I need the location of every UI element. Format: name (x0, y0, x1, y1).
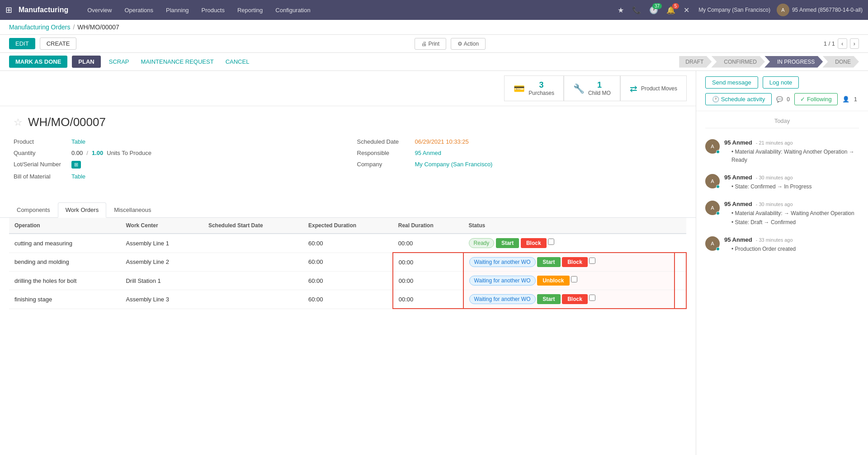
lot-btn[interactable]: ⊞ (71, 161, 81, 169)
user-info: 95 Anmed (8567780-14-0-all) (792, 7, 863, 13)
next-page-button[interactable]: › (850, 38, 859, 49)
top-nav: ⊞ Manufacturing Overview Operations Plan… (0, 0, 868, 20)
th-actions (675, 218, 686, 234)
nav-planning[interactable]: Planning (160, 0, 195, 20)
online-dot (716, 150, 720, 154)
extra-cell (675, 253, 686, 272)
maintenance-request-button[interactable]: MAINTENANCE REQUEST (137, 56, 217, 68)
qty-unit: Units To Produce (107, 150, 151, 156)
product-moves-smart-btn[interactable]: ⇄ Product Moves (620, 75, 687, 101)
work-center-cell: Drill Station 1 (120, 272, 203, 290)
online-dot (716, 185, 720, 188)
bell-badge: 5 (672, 3, 679, 9)
table-scroll-area[interactable]: Operation Work Center Scheduled Start Da… (9, 218, 687, 309)
extra-cell (675, 290, 686, 309)
main-layout: 💳 3 Purchases 🔧 1 Child MO ⇄ Product Mov… (0, 71, 868, 455)
breadcrumb-separator: / (73, 23, 75, 31)
block-button[interactable]: Block (562, 257, 588, 267)
mark-as-done-button[interactable]: MARK AS DONE (9, 56, 67, 68)
action-button[interactable]: ⚙ Action (451, 38, 486, 50)
breadcrumb-current: WH/MO/00007 (77, 23, 119, 31)
left-fields: Product Table Quantity 0.00 / 1.00 Units… (14, 138, 339, 184)
row-checkbox[interactable] (589, 258, 595, 264)
following-label: Following (807, 96, 832, 103)
company-label: Company (357, 161, 411, 168)
breadcrumb-parent[interactable]: Manufacturing Orders (9, 23, 70, 31)
th-work-center: Work Center (120, 218, 203, 234)
content-area: 💳 3 Purchases 🔧 1 Child MO ⇄ Product Mov… (0, 71, 696, 455)
start-button[interactable]: Start (537, 257, 560, 267)
child-mo-smart-btn[interactable]: 🔧 1 Child MO (564, 75, 620, 101)
action-label: Action (464, 41, 479, 47)
nav-reporting[interactable]: Reporting (231, 0, 269, 20)
checkmark-icon: ✓ (800, 96, 805, 103)
online-dot (716, 247, 720, 251)
work-orders-section: Operation Work Center Scheduled Start Da… (0, 218, 696, 318)
form-content: ☆ WH/MO/00007 Product Table Quantity 0.0… (0, 106, 696, 193)
log-note-button[interactable]: Log note (763, 76, 799, 89)
row-checkbox[interactable] (548, 239, 554, 245)
clock-icon[interactable]: 🕐37 (646, 4, 661, 16)
messages-container: A 95 Anmed - 21 minutes ago • Material A… (696, 135, 868, 258)
row-checkbox[interactable] (571, 276, 577, 282)
product-value[interactable]: Table (71, 138, 85, 145)
create-button[interactable]: CREATE (40, 38, 77, 50)
user-avatar[interactable]: A (777, 4, 789, 16)
table-row: drilling the holes for bolt Drill Statio… (9, 272, 686, 290)
purchases-smart-btn[interactable]: 💳 3 Purchases (504, 75, 564, 101)
send-message-button[interactable]: Send message (705, 76, 758, 89)
expected-duration-cell: 60:00 (303, 290, 393, 309)
start-button[interactable]: Start (537, 294, 560, 304)
arrows-icon: ⇄ (630, 83, 637, 94)
bom-value[interactable]: Table (71, 173, 85, 180)
purchases-label: Purchases (528, 90, 554, 96)
close-icon[interactable]: ✕ (681, 4, 692, 16)
message: A 95 Anmed - 21 minutes ago • Material A… (696, 135, 868, 169)
product-field-row: Product Table (14, 138, 339, 145)
start-button[interactable]: Start (496, 238, 519, 248)
nav-products[interactable]: Products (195, 0, 231, 20)
table-row: finishing stage Assembly Line 3 60:00 00… (9, 290, 686, 309)
block-button[interactable]: Block (562, 294, 588, 304)
phone-icon[interactable]: 📞 (629, 4, 644, 16)
scheduled-date-row: Scheduled Date 06/29/2021 10:33:25 (357, 138, 683, 145)
following-button[interactable]: ✓ Following (794, 93, 838, 105)
app-grid-icon[interactable]: ⊞ (5, 5, 12, 15)
quantity-current: 0.00 (71, 150, 83, 156)
edit-button[interactable]: EDIT (9, 38, 35, 49)
plan-button[interactable]: PLAN (72, 56, 100, 68)
child-mo-label: Child MO (588, 90, 611, 96)
msg-header: 95 Anmed - 33 minutes ago (724, 236, 859, 243)
th-scheduled-start: Scheduled Start Date (203, 218, 303, 234)
nav-operations[interactable]: Operations (118, 0, 160, 20)
responsible-value[interactable]: 95 Anmed (415, 150, 442, 156)
tab-components[interactable]: Components (9, 202, 58, 218)
favorite-star-icon[interactable]: ☆ (14, 117, 23, 128)
block-button[interactable]: Block (521, 238, 547, 248)
step-confirmed: CONFIRMED (711, 56, 765, 68)
nav-overview[interactable]: Overview (81, 0, 118, 20)
schedule-activity-button[interactable]: 🕐 Schedule activity (705, 93, 772, 105)
real-duration-cell: 00:00 (393, 272, 463, 290)
tab-work-orders[interactable]: Work Orders (58, 202, 106, 218)
cancel-button[interactable]: CANCEL (222, 56, 253, 68)
table-header-row: Operation Work Center Scheduled Start Da… (9, 218, 686, 234)
unblock-button[interactable]: Unblock (537, 276, 569, 286)
prev-page-button[interactable]: ‹ (838, 38, 847, 49)
nav-configuration[interactable]: Configuration (269, 0, 316, 20)
star-icon[interactable]: ★ (615, 4, 627, 16)
msg-content: 95 Anmed - 30 minutes ago • Material Ava… (724, 201, 859, 227)
row-checkbox[interactable] (589, 295, 595, 301)
form-title-row: ☆ WH/MO/00007 (14, 115, 682, 129)
bell-icon[interactable]: 🔔5 (664, 4, 678, 16)
th-expected-duration: Expected Duration (303, 218, 393, 234)
work-center-cell: Assembly Line 1 (120, 234, 203, 253)
msg-author: 95 Anmed (724, 201, 752, 207)
scrap-button[interactable]: SCRAP (105, 56, 133, 68)
gear-icon: ⚙ (458, 41, 462, 47)
status-cell: Waiting for another WO Start Block (463, 290, 675, 309)
tab-miscellaneous[interactable]: Miscellaneous (106, 202, 159, 218)
pagination: 1 / 1 ‹ › (824, 38, 859, 49)
print-button[interactable]: 🖨 Print (415, 38, 446, 50)
company-value[interactable]: My Company (San Francisco) (415, 161, 493, 168)
